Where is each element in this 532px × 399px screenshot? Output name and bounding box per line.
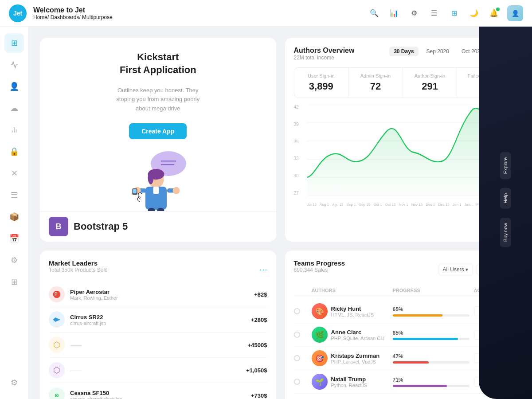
chart-y-labels: 42 39 36 33 30 27 — [294, 105, 305, 196]
market-item-4: ⬡ —— +1,050$ — [49, 358, 267, 383]
grid-icon[interactable]: ⊞ — [447, 7, 461, 20]
market-item-cessna: Cessna SF150 cessna-aircraft.class.jsp +… — [49, 383, 267, 399]
notification-dot — [496, 8, 500, 11]
progress-bar — [393, 314, 469, 317]
breadcrumb: Home/ Dashboards/ Multipurpose — [33, 14, 368, 20]
users-filter-select[interactable]: All Users ▾ — [438, 264, 473, 275]
market-leaders-title: Market Leaders — [49, 259, 108, 267]
kickstart-title: KickstartFirst Application — [120, 51, 196, 76]
bottom-grid: Market Leaders Total 350k Products Sold … — [40, 250, 521, 399]
sidebar-item-list[interactable]: ☰ — [4, 185, 24, 205]
notification-icon[interactable]: 🔔 — [487, 7, 501, 20]
sidebar-item-users[interactable]: 👤 — [4, 77, 24, 96]
author-avatar: 🎯 — [312, 350, 328, 366]
market-logo-cessna — [49, 387, 65, 399]
sidebar-item-dashboard[interactable]: ⊞ — [4, 33, 24, 53]
explore-button[interactable]: Explore — [500, 152, 511, 179]
progress-bar — [393, 338, 469, 340]
author-avatar: 🎨 — [312, 303, 328, 319]
row-checkbox[interactable] — [294, 332, 300, 338]
authors-title: Authors Overview — [294, 47, 355, 55]
sidebar-item-close[interactable]: ✕ — [4, 164, 24, 183]
bootstrap-badge: B Bootstrap 5 — [40, 211, 276, 242]
help-button[interactable]: Help — [500, 188, 511, 209]
market-options-icon[interactable]: ⋯ — [259, 265, 267, 274]
svg-marker-32 — [53, 317, 61, 322]
market-leaders-subtitle: Total 350k Products Sold — [49, 267, 108, 273]
progress-bar — [393, 361, 469, 364]
row-checkbox[interactable] — [294, 355, 300, 361]
svg-rect-18 — [133, 189, 137, 194]
market-item-3: ⬡ —— +4500$ — [49, 332, 267, 358]
tab-sep2020[interactable]: Sep 2020 — [422, 47, 454, 56]
settings-icon[interactable]: ⚙ — [407, 7, 421, 20]
svg-point-35 — [56, 395, 58, 396]
market-leaders-header: Market Leaders Total 350k Products Sold … — [49, 259, 267, 280]
top-grid: KickstartFirst Application Outlines keep… — [40, 38, 521, 242]
stat-admin-signin: Admin Sign-in 72 — [348, 68, 403, 98]
buy-now-button[interactable]: Buy now — [500, 218, 511, 247]
sidebar-item-box[interactable]: 📦 — [4, 207, 24, 227]
progress-bar — [393, 385, 469, 387]
stat-user-signin: User Sign-in 3,899 — [294, 68, 349, 98]
logo: Jet — [9, 4, 27, 22]
search-icon[interactable]: 🔍 — [368, 7, 381, 20]
kickstart-description: Outlines keep you honest. They stoping y… — [109, 86, 207, 113]
header-title: Welcome to Jet Home/ Dashboards/ Multipu… — [33, 6, 368, 20]
kickstart-card: KickstartFirst Application Outlines keep… — [40, 38, 276, 242]
svg-text:P: P — [55, 292, 58, 297]
sidebar-item-tools[interactable]: ⚙ — [4, 250, 24, 270]
bootstrap-icon: B — [49, 217, 68, 236]
header-actions: 🔍 📊 ⚙ ☰ ⊞ 🌙 🔔 👤 — [368, 5, 523, 21]
teams-title: Teams Progress — [294, 259, 345, 267]
row-checkbox[interactable] — [294, 379, 300, 385]
sidebar-item-settings[interactable]: ⚙ — [4, 373, 24, 392]
menu-icon[interactable]: ☰ — [427, 7, 441, 20]
row-checkbox[interactable] — [294, 308, 300, 314]
sidebar-item-lock[interactable]: 🔒 — [4, 142, 24, 161]
page-title: Welcome to Jet — [33, 6, 368, 14]
main-content: KickstartFirst Application Outlines keep… — [29, 27, 532, 399]
create-app-button[interactable]: Create App — [129, 123, 187, 139]
teams-subtitle: 890,344 Sales — [294, 267, 345, 273]
tab-30days[interactable]: 30 Days — [389, 47, 418, 56]
sidebar-item-chart[interactable] — [4, 120, 24, 140]
chart-icon[interactable]: 📊 — [387, 7, 401, 20]
bootstrap-label: Bootstrap 5 — [74, 221, 128, 232]
header: Jet Welcome to Jet Home/ Dashboards/ Mul… — [0, 0, 532, 27]
dark-side-panel: Explore Help Buy now — [479, 0, 532, 399]
author-avatar: 🌱 — [312, 374, 328, 390]
svg-point-16 — [173, 187, 180, 194]
sidebar-item-calendar[interactable]: 📅 — [4, 229, 24, 248]
market-logo-piper: P — [49, 286, 65, 302]
market-item-piper: P Piper Aerostar Mark, Rowling, Esther +… — [49, 282, 267, 307]
market-logo-cirrus — [49, 312, 65, 328]
stat-author-signin: Author Sign-in 291 — [403, 68, 458, 98]
sidebar: ⊞ 👤 ☁ 🔒 ✕ ☰ 📦 📅 ⚙ ⊞ ⚙ — [0, 27, 29, 399]
author-avatar: 🌿 — [312, 327, 328, 343]
sidebar-item-cloud[interactable]: ☁ — [4, 98, 24, 118]
theme-toggle[interactable]: 🌙 — [467, 7, 481, 20]
sidebar-item-table[interactable]: ⊞ — [4, 272, 24, 292]
market-item-cirrus: Cirrus SR22 cirrus-aircraft.jsp +280$ — [49, 307, 267, 332]
market-logo-3: ⬡ — [49, 337, 65, 353]
svg-rect-12 — [153, 187, 159, 194]
market-leaders-card: Market Leaders Total 350k Products Sold … — [40, 250, 276, 399]
authors-subtitle: 22M total income — [294, 55, 355, 61]
sidebar-item-analytics[interactable] — [4, 55, 24, 74]
svg-point-10 — [148, 172, 154, 184]
avatar[interactable]: 👤 — [507, 5, 523, 21]
market-logo-4: ⬡ — [49, 362, 65, 378]
